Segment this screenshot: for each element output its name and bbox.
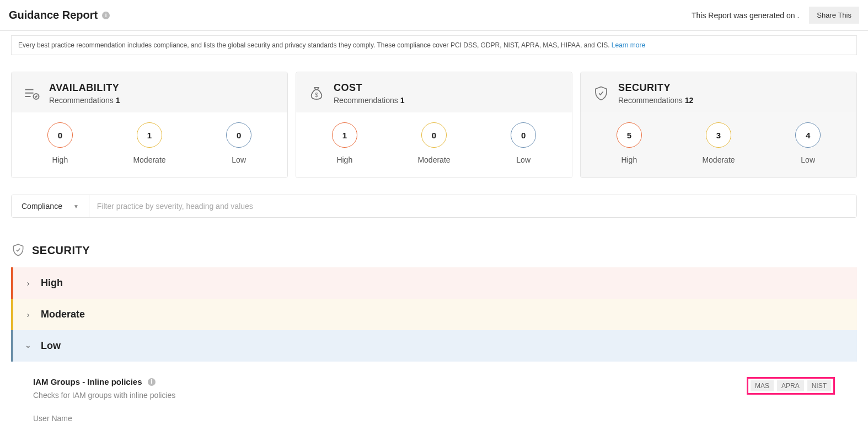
info-icon[interactable]: i xyxy=(102,12,110,19)
dropdown-label: Compliance xyxy=(22,202,62,211)
high-count: 1 xyxy=(332,122,357,148)
section-title: SECURITY xyxy=(11,243,857,257)
chevron-right-icon: › xyxy=(24,279,32,288)
moderate-label: Moderate xyxy=(702,155,735,164)
card-header: AVAILABILITY Recommendations 1 xyxy=(12,72,287,112)
metric-low: 0 Low xyxy=(226,122,251,164)
finding-block: IAM Groups - Inline policies i Checks fo… xyxy=(33,377,835,436)
compliance-tags: MAS APRA NIST xyxy=(747,377,835,395)
card-title: COST xyxy=(334,82,404,94)
header-left: Guidance Report i xyxy=(9,9,110,21)
high-label: High xyxy=(621,155,637,164)
finding-title-row: IAM Groups - Inline policies i xyxy=(33,377,175,386)
money-bag-icon: $ xyxy=(307,84,326,103)
filter-row: Compliance ▼ xyxy=(11,195,857,218)
rec-count: 1 xyxy=(400,96,405,105)
list-check-icon xyxy=(23,84,41,103)
card-subtitle: Recommendations 1 xyxy=(334,96,404,105)
rec-count: 12 xyxy=(685,96,694,105)
learn-more-link[interactable]: Learn more xyxy=(612,41,645,49)
svg-text:$: $ xyxy=(315,92,318,98)
metric-low: 0 Low xyxy=(511,122,536,164)
card-body: 5 High 3 Moderate 4 Low xyxy=(581,112,856,177)
severity-row-moderate[interactable]: › Moderate xyxy=(11,299,857,330)
card-security[interactable]: SECURITY Recommendations 12 5 High 3 Mod… xyxy=(580,72,857,178)
finding-header: IAM Groups - Inline policies i Checks fo… xyxy=(33,377,835,400)
header-right: This Report was generated on . Share Thi… xyxy=(692,7,859,24)
moderate-count: 1 xyxy=(137,122,162,148)
metric-high: 5 High xyxy=(617,122,642,164)
metric-high: 0 High xyxy=(47,122,73,164)
card-subtitle: Recommendations 12 xyxy=(618,96,693,105)
card-title: AVAILABILITY xyxy=(49,82,120,94)
section-heading: SECURITY xyxy=(32,244,90,257)
metric-moderate: 1 Moderate xyxy=(133,122,165,164)
card-title: SECURITY xyxy=(618,82,693,94)
severity-row-high[interactable]: › High xyxy=(11,267,857,299)
compliance-banner: Every best practice recommendation inclu… xyxy=(11,35,857,55)
severity-label: High xyxy=(41,277,63,289)
card-subtitle: Recommendations 1 xyxy=(49,96,120,105)
finding-title: IAM Groups - Inline policies xyxy=(33,377,142,386)
finding-text: IAM Groups - Inline policies i Checks fo… xyxy=(33,377,175,400)
share-button[interactable]: Share This xyxy=(809,7,859,24)
low-label: Low xyxy=(232,155,246,164)
card-body: 0 High 1 Moderate 0 Low xyxy=(12,112,287,177)
moderate-count: 0 xyxy=(421,122,447,148)
card-titles: COST Recommendations 1 xyxy=(334,82,404,105)
card-availability[interactable]: AVAILABILITY Recommendations 1 0 High 1 … xyxy=(11,72,288,178)
chevron-right-icon: › xyxy=(24,310,32,319)
page-header: Guidance Report i This Report was genera… xyxy=(0,0,868,31)
card-header: SECURITY Recommendations 12 xyxy=(581,72,856,112)
rec-label: Recommendations xyxy=(49,96,116,105)
moderate-count: 3 xyxy=(706,122,731,148)
finding-desc: Checks for IAM groups with inline polici… xyxy=(33,391,175,400)
high-label: High xyxy=(336,155,352,164)
tag-nist[interactable]: NIST xyxy=(807,380,831,391)
metric-moderate: 0 Moderate xyxy=(417,122,450,164)
low-count: 0 xyxy=(226,122,251,148)
low-label: Low xyxy=(516,155,531,164)
rec-count: 1 xyxy=(116,96,120,105)
summary-cards: AVAILABILITY Recommendations 1 0 High 1 … xyxy=(11,72,857,178)
card-body: 1 High 0 Moderate 0 Low xyxy=(296,112,572,177)
card-titles: AVAILABILITY Recommendations 1 xyxy=(49,82,120,105)
chevron-down-icon: ⌄ xyxy=(24,341,32,349)
generated-value: . xyxy=(797,11,799,20)
page-title: Guidance Report xyxy=(9,9,98,21)
metric-low: 4 Low xyxy=(795,122,821,164)
banner-text: Every best practice recommendation inclu… xyxy=(18,41,612,49)
moderate-label: Moderate xyxy=(133,155,165,164)
info-icon[interactable]: i xyxy=(148,378,156,386)
rec-label: Recommendations xyxy=(618,96,685,105)
rec-label: Recommendations xyxy=(334,96,400,105)
metric-moderate: 3 Moderate xyxy=(702,122,735,164)
card-cost[interactable]: $ COST Recommendations 1 1 High 0 Modera… xyxy=(296,72,572,178)
tag-apra[interactable]: APRA xyxy=(777,380,804,391)
card-titles: SECURITY Recommendations 12 xyxy=(618,82,693,105)
low-count: 4 xyxy=(795,122,821,148)
high-count: 0 xyxy=(47,122,73,148)
generated-text: This Report was generated on . xyxy=(692,11,799,20)
high-label: High xyxy=(52,155,68,164)
severity-label: Moderate xyxy=(41,309,85,320)
tag-mas[interactable]: MAS xyxy=(751,380,774,391)
severity-label: Low xyxy=(41,340,61,352)
high-count: 5 xyxy=(617,122,642,148)
compliance-dropdown[interactable]: Compliance ▼ xyxy=(12,195,89,217)
shield-check-icon xyxy=(592,84,610,103)
shield-check-icon xyxy=(11,243,25,257)
low-count: 0 xyxy=(511,122,536,148)
generated-label: This Report was generated on xyxy=(692,11,795,20)
card-header: $ COST Recommendations 1 xyxy=(296,72,572,112)
metric-high: 1 High xyxy=(332,122,357,164)
column-header: User Name xyxy=(33,414,835,423)
severity-row-low[interactable]: ⌄ Low xyxy=(11,330,857,362)
chevron-down-icon: ▼ xyxy=(73,203,79,209)
low-label: Low xyxy=(801,155,815,164)
moderate-label: Moderate xyxy=(417,155,450,164)
filter-input[interactable] xyxy=(89,195,856,217)
